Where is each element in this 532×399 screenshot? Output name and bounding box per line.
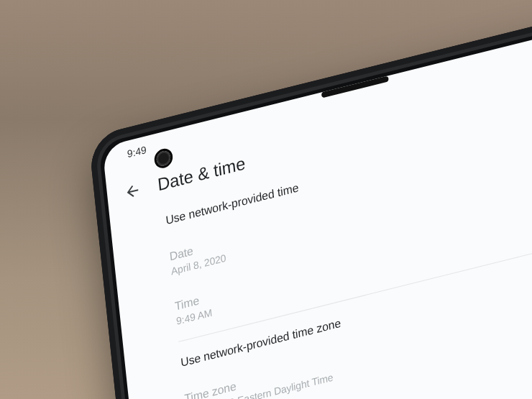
screen: 9:49 52% Date & time Use network-provide…: [102, 21, 532, 399]
status-clock: 9:49: [127, 144, 147, 160]
phone-frame: 9:49 52% Date & time Use network-provide…: [88, 5, 532, 399]
back-icon[interactable]: [124, 180, 142, 202]
